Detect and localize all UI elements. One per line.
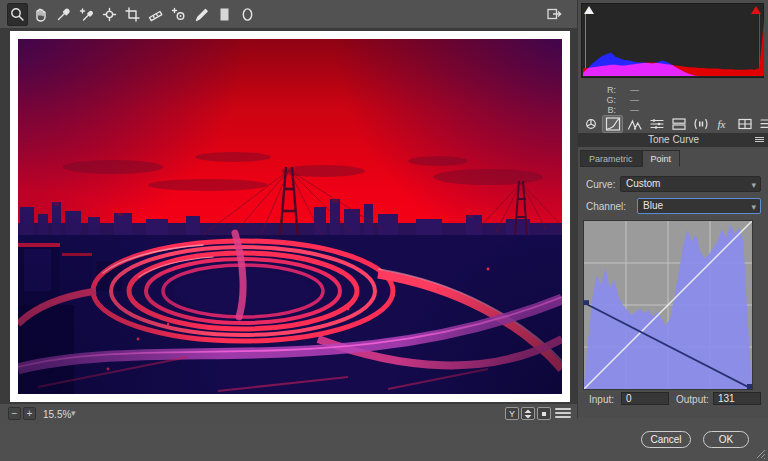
side-panel: R:— G:— B:— fx Tone Curve Parametric Poi… bbox=[577, 0, 768, 418]
before-after-toggle-button[interactable]: Y bbox=[505, 407, 519, 420]
tab-effects[interactable]: fx bbox=[712, 115, 733, 133]
hand-tool[interactable] bbox=[30, 3, 51, 26]
zoom-out-button[interactable]: − bbox=[8, 407, 21, 420]
channel-select[interactable]: Blue ▾ bbox=[637, 198, 761, 214]
image-frame bbox=[10, 31, 570, 402]
tab-lens-corrections[interactable] bbox=[690, 115, 711, 133]
tab-presets[interactable] bbox=[756, 115, 768, 133]
red-eye-tool[interactable] bbox=[168, 3, 189, 26]
input-field[interactable]: 0 bbox=[621, 392, 669, 405]
panel-title: Tone Curve bbox=[578, 133, 768, 147]
rgb-readout: R:— G:— B:— bbox=[578, 85, 639, 115]
tab-point[interactable]: Point bbox=[642, 150, 681, 167]
zoom-in-button[interactable]: + bbox=[23, 407, 36, 420]
channel-select-value: Blue bbox=[643, 200, 663, 211]
camera-raw-dialog: − + 15.5% ▾ Y bbox=[0, 0, 768, 461]
graduated-filter-tool[interactable] bbox=[214, 3, 235, 26]
zoom-level-chevron-down-icon[interactable]: ▾ bbox=[71, 408, 76, 418]
rgb-readout-r: R:— bbox=[578, 85, 639, 95]
panel-title-text: Tone Curve bbox=[648, 134, 699, 145]
zoom-tool[interactable] bbox=[7, 3, 28, 26]
shadow-clipping-warning-icon[interactable] bbox=[584, 6, 594, 14]
rgb-readout-b: B:— bbox=[578, 105, 639, 115]
toolbar bbox=[0, 0, 577, 29]
panel-flyout-menu-icon[interactable] bbox=[755, 137, 764, 142]
preview-footer: − + 15.5% ▾ Y bbox=[0, 404, 577, 425]
curve-select-value: Custom bbox=[626, 178, 660, 189]
output-label: Output: bbox=[676, 394, 709, 405]
tab-hsl-grayscale[interactable] bbox=[646, 115, 667, 133]
open-preferences-button[interactable] bbox=[543, 3, 565, 25]
curve-select-chevron-down-icon: ▾ bbox=[751, 178, 756, 192]
tone-curve-plot bbox=[584, 221, 752, 389]
swap-before-after-button[interactable] bbox=[521, 407, 535, 420]
input-label: Input: bbox=[589, 394, 614, 405]
svg-text:fx: fx bbox=[717, 118, 725, 130]
preview-image[interactable] bbox=[18, 39, 562, 394]
white-balance-tool[interactable] bbox=[53, 3, 74, 26]
tone-curve-editor[interactable] bbox=[583, 220, 753, 390]
tab-camera-calibration[interactable] bbox=[734, 115, 755, 133]
crop-tool[interactable] bbox=[122, 3, 143, 26]
curve-label: Curve: bbox=[586, 179, 615, 190]
channel-select-chevron-down-icon: ▾ bbox=[751, 200, 756, 214]
color-sampler-tool[interactable] bbox=[76, 3, 97, 26]
ok-button[interactable]: OK bbox=[703, 431, 749, 448]
histogram-plot bbox=[583, 14, 764, 76]
radial-filter-tool[interactable] bbox=[237, 3, 258, 26]
channel-label: Channel: bbox=[586, 201, 626, 212]
tab-basic[interactable] bbox=[580, 115, 601, 133]
open-preferences-icon bbox=[545, 5, 563, 23]
tab-split-toning[interactable] bbox=[668, 115, 689, 133]
output-field[interactable]: 131 bbox=[713, 392, 761, 405]
toolbar-tools bbox=[7, 3, 258, 26]
preview-preferences-menu-icon[interactable] bbox=[555, 408, 571, 418]
straighten-tool[interactable] bbox=[145, 3, 166, 26]
histogram bbox=[581, 3, 764, 78]
curve-select[interactable]: Custom ▾ bbox=[620, 176, 761, 192]
zoom-level-value[interactable]: 15.5% bbox=[43, 409, 71, 420]
tone-curve-tabs: Parametric Point bbox=[580, 150, 680, 167]
tab-parametric[interactable]: Parametric bbox=[580, 150, 642, 167]
copy-settings-button[interactable] bbox=[537, 407, 551, 420]
rgb-readout-g: G:— bbox=[578, 95, 639, 105]
panel-tab-bar: fx bbox=[580, 115, 768, 133]
copy-settings-icon bbox=[539, 409, 549, 419]
cancel-button[interactable]: Cancel bbox=[641, 431, 691, 448]
adjustment-brush-tool[interactable] bbox=[191, 3, 212, 26]
targeted-adjustment-tool[interactable] bbox=[99, 3, 120, 26]
highlight-clipping-warning-icon[interactable] bbox=[751, 6, 761, 14]
tab-detail[interactable] bbox=[624, 115, 645, 133]
resize-grip[interactable] bbox=[756, 449, 766, 459]
tab-tone-curve[interactable] bbox=[602, 115, 623, 133]
preview-pane bbox=[0, 29, 577, 404]
swap-icon bbox=[523, 409, 533, 419]
